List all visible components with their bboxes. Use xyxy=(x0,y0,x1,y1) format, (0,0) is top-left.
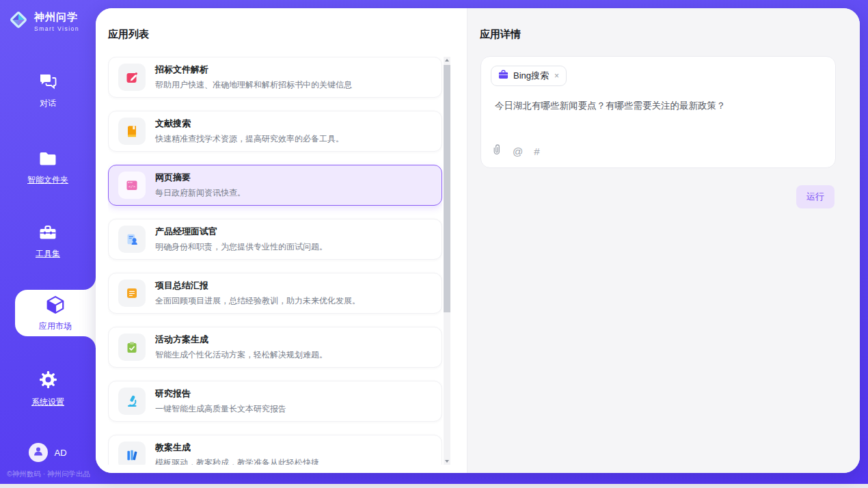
brand-logo: 神州问学 Smart Vision xyxy=(8,10,79,33)
app-detail-panel: 应用详情 Bing搜索 × 今日湖北有哪些新闻要点？有哪些需要关注的最新政策？ xyxy=(467,8,860,473)
sidebar-item-settings[interactable]: 系统设置 xyxy=(0,370,96,408)
sidebar-item-label: 应用市场 xyxy=(39,321,72,332)
active-tab-curve-bottom xyxy=(83,336,96,349)
svg-text:</>: </> xyxy=(128,185,135,189)
app-list-item[interactable]: 产品经理面试官 明确身份和职责，为您提供专业性的面试问题。 xyxy=(108,219,442,260)
app-detail-title: 应用详情 xyxy=(480,28,521,41)
composer-toolbar: @ # xyxy=(492,144,540,159)
app-item-description: 全面回顾项目进展，总结经验教训，助力未来优化发展。 xyxy=(155,295,360,307)
app-item-description: 一键智能生成高质量长文本研究报告 xyxy=(155,403,286,415)
active-tab-curve-top xyxy=(83,277,96,290)
footer-copyright: ©神州数码 · 神州问学出品 xyxy=(7,470,90,479)
tool-chip-label: Bing搜索 xyxy=(513,70,549,82)
app-list-item[interactable]: 项目总结汇报 全面回顾项目进展，总结经验教训，助力未来优化发展。 xyxy=(108,273,442,314)
app-list-item[interactable]: 招标文件解析 帮助用户快速、准确地理解和解析招标书中的关键信息 xyxy=(108,57,442,98)
sidebar-item-label: 系统设置 xyxy=(0,396,96,408)
query-input[interactable]: 今日湖北有哪些新闻要点？有哪些需要关注的最新政策？ xyxy=(495,99,822,113)
main-content: 应用列表 招标文件解析 帮助用户快速、准确地理解和解析招标书中的关键信息 xyxy=(96,8,860,473)
app-item-description: 快速精准查找学术资源，提高研究效率的必备工具。 xyxy=(155,133,344,145)
interview-icon xyxy=(118,226,146,253)
sidebar-item-smart-folder[interactable]: 智能文件夹 xyxy=(0,150,96,186)
app-list-item-selected[interactable]: </> 网页摘要 每日政府新闻资讯快查。 xyxy=(108,165,442,206)
brand-subtitle: Smart Vision xyxy=(34,25,79,32)
app-item-title: 招标文件解析 xyxy=(155,64,352,76)
report-note-icon xyxy=(118,280,146,307)
app-window: 神州问学 Smart Vision 对话 智能文件夹 xyxy=(0,0,868,484)
sidebar-item-toolset[interactable]: 工具集 xyxy=(0,224,96,260)
app-item-title: 文献搜索 xyxy=(155,118,344,130)
hash-icon[interactable]: # xyxy=(534,146,539,157)
app-item-description: 模板驱动，教案秒成，教学准备从此轻松快捷 xyxy=(155,457,319,465)
app-item-description: 智能生成个性化活动方案，轻松解决规划难题。 xyxy=(155,349,327,361)
brand-name: 神州问学 xyxy=(34,11,79,24)
sidebar-item-app-market[interactable]: 应用市场 xyxy=(15,290,96,336)
sidebar-item-label: 对话 xyxy=(0,98,96,109)
sidebar-item-label: 工具集 xyxy=(0,248,96,260)
browser-code-icon: </> xyxy=(118,172,146,199)
app-list-item[interactable]: 文献搜索 快速精准查找学术资源，提高研究效率的必备工具。 xyxy=(108,111,442,152)
book-icon xyxy=(118,118,146,145)
app-item-title: 活动方案生成 xyxy=(155,334,327,346)
app-item-description: 帮助用户快速、准确地理解和解析招标书中的关键信息 xyxy=(155,79,352,91)
avatar xyxy=(29,443,48,462)
app-list: 招标文件解析 帮助用户快速、准确地理解和解析招标书中的关键信息 文献搜索 xyxy=(108,57,442,465)
paperclip-icon[interactable] xyxy=(492,144,502,159)
app-list-title: 应用列表 xyxy=(108,28,149,41)
app-item-title: 研究报告 xyxy=(155,388,286,400)
scroll-up-arrow-icon[interactable] xyxy=(444,57,450,64)
app-list-panel: 应用列表 招标文件解析 帮助用户快速、准确地理解和解析招标书中的关键信息 xyxy=(96,8,467,473)
user-account[interactable]: AD xyxy=(0,443,96,462)
scroll-down-arrow-icon[interactable] xyxy=(444,458,450,465)
diamond-logo-icon xyxy=(8,10,29,33)
app-item-title: 项目总结汇报 xyxy=(155,280,360,292)
sidebar-item-chat[interactable]: 对话 xyxy=(0,72,96,109)
research-report-icon xyxy=(118,388,146,415)
user-avatar-icon xyxy=(32,445,44,460)
app-list-item[interactable]: 教案生成 模板驱动，教案秒成，教学准备从此轻松快捷 xyxy=(108,435,442,465)
briefcase-icon xyxy=(498,70,508,82)
app-list-item[interactable]: 研究报告 一键智能生成高质量长文本研究报告 xyxy=(108,381,442,422)
sidebar-item-label: 智能文件夹 xyxy=(0,174,96,186)
folder-icon xyxy=(38,157,57,169)
app-item-title: 产品经理面试官 xyxy=(155,226,327,238)
close-icon[interactable]: × xyxy=(554,71,559,81)
clipboard-check-icon xyxy=(118,334,146,361)
cube-icon xyxy=(45,295,66,318)
app-list-item[interactable]: 活动方案生成 智能生成个性化活动方案，轻松解决规划难题。 xyxy=(108,327,442,368)
app-item-title: 教案生成 xyxy=(155,442,319,454)
run-button[interactable]: 运行 xyxy=(796,185,835,208)
tool-chip-bing-search[interactable]: Bing搜索 × xyxy=(491,66,567,86)
scrollbar-thumb[interactable] xyxy=(444,65,450,312)
books-icon xyxy=(118,442,146,465)
gear-icon xyxy=(39,379,57,391)
toolbox-icon xyxy=(38,231,57,243)
chat-icon xyxy=(38,81,57,92)
scrollbar[interactable] xyxy=(444,57,450,465)
mention-icon[interactable]: @ xyxy=(513,146,523,157)
app-item-description: 每日政府新闻资讯快查。 xyxy=(155,187,245,199)
app-item-description: 明确身份和职责，为您提供专业性的面试问题。 xyxy=(155,241,327,253)
app-item-title: 网页摘要 xyxy=(155,172,245,184)
user-initials: AD xyxy=(54,448,66,458)
edit-document-icon xyxy=(118,64,146,91)
prompt-card: Bing搜索 × 今日湖北有哪些新闻要点？有哪些需要关注的最新政策？ @ # xyxy=(480,56,836,168)
